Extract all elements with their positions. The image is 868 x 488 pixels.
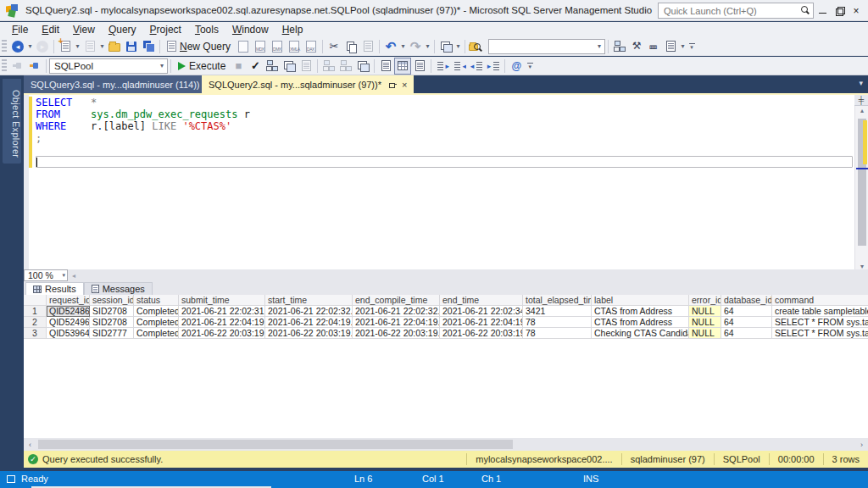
new-xmla-query-button[interactable] — [286, 38, 303, 55]
column-header[interactable]: total_elapsed_time — [523, 295, 592, 306]
console-button[interactable] — [662, 38, 679, 55]
menu-tools[interactable]: Tools — [188, 23, 225, 36]
new-dmx-query-button[interactable] — [269, 38, 286, 55]
toolbar-options-button[interactable]: ▾ — [525, 58, 535, 74]
open-file-button[interactable] — [106, 38, 123, 55]
decrease-indent-button[interactable] — [468, 58, 485, 75]
results-to-text-button[interactable] — [377, 58, 394, 75]
grid-cell[interactable]: Completed — [134, 328, 179, 339]
grid-cell[interactable]: NULL — [689, 317, 721, 328]
uncomment-button[interactable] — [451, 58, 468, 75]
paste-button[interactable] — [359, 38, 376, 55]
include-actual-plan-button[interactable] — [320, 58, 337, 75]
column-header[interactable]: end_time — [440, 295, 523, 306]
grid-cell[interactable]: 2021-06-21 22:04:19.117 — [179, 317, 265, 328]
undo-button[interactable]: ↶ — [382, 38, 399, 55]
restore-button[interactable] — [831, 0, 848, 21]
grid-cell[interactable]: CTAS from Address — [592, 306, 689, 317]
back-dropdown[interactable]: ▾ — [26, 42, 34, 50]
column-header[interactable]: request_id — [47, 295, 90, 306]
add-item-dropdown[interactable]: ▾ — [98, 42, 106, 50]
grid-cell[interactable]: SELECT * FROM sys.tab — [772, 328, 868, 339]
results-horizontal-scrollbar[interactable]: ‹ › — [24, 438, 868, 451]
grid-cell[interactable]: 64 — [721, 306, 772, 317]
tab-messages[interactable]: Messages — [84, 282, 153, 295]
change-connection-button[interactable] — [26, 58, 43, 75]
connect-button[interactable] — [9, 58, 26, 75]
grid-cell[interactable]: Checking CTAS Candidates — [592, 328, 689, 339]
cancel-query-button[interactable]: ■ — [230, 58, 247, 75]
grid-cell[interactable]: QID53964 — [47, 328, 90, 339]
new-mdx-query-button[interactable] — [252, 38, 269, 55]
redo-dropdown[interactable]: ▾ — [424, 42, 431, 50]
results-to-grid-button[interactable] — [394, 58, 411, 75]
close-icon[interactable]: × — [402, 80, 407, 89]
database-combobox[interactable]: SQLPool ▾ — [49, 58, 168, 74]
split-window-handle[interactable]: ╪ — [854, 95, 868, 106]
grid-cell[interactable]: 2021-06-21 22:02:31.317 — [179, 306, 265, 317]
menu-edit[interactable]: Edit — [35, 23, 66, 36]
object-explorer-tab[interactable]: Object Explorer — [3, 79, 21, 164]
parse-button[interactable]: ✓ — [247, 58, 264, 75]
quick-launch-box[interactable] — [658, 3, 814, 19]
toolbar-grip[interactable] — [2, 40, 7, 53]
column-header[interactable]: error_id — [689, 295, 721, 306]
scroll-right-icon[interactable]: › — [855, 441, 868, 449]
tab-sqlquery3[interactable]: SQLQuery3.sql - my...qladminuser (114)) — [24, 75, 202, 93]
tab-results[interactable]: Results — [25, 282, 84, 295]
grid-cell[interactable]: 2021-06-22 20:03:19.173 — [440, 328, 523, 339]
grid-cell[interactable]: 64 — [721, 317, 772, 328]
editor-vertical-scrollbar[interactable]: ╪ ▴ ▾ — [854, 95, 868, 269]
query-options-button[interactable] — [281, 58, 298, 75]
grid-cell[interactable]: 2021-06-22 20:03:19.097 — [179, 328, 265, 339]
intellisense-button[interactable] — [298, 58, 314, 75]
debug-settings-button[interactable]: ⚒ — [628, 38, 645, 55]
grid-cell[interactable]: 64 — [721, 328, 772, 339]
activity-monitor-button[interactable] — [437, 38, 454, 55]
scrollbar-thumb[interactable] — [38, 440, 513, 449]
row-number[interactable]: 3 — [24, 328, 47, 339]
toolbar-grip[interactable] — [2, 59, 7, 73]
live-query-stats-button[interactable] — [337, 58, 354, 75]
menu-window[interactable]: Window — [225, 23, 275, 36]
redo-button[interactable]: ↷ — [407, 38, 424, 55]
find-combobox[interactable]: ▾ — [488, 39, 605, 54]
grid-cell[interactable]: 2021-06-21 22:02:32.240 — [353, 306, 440, 317]
grid-cell[interactable]: SID2708 — [90, 306, 134, 317]
save-button[interactable] — [123, 38, 140, 55]
grid-cell[interactable]: NULL — [689, 328, 721, 339]
find-in-files-button[interactable] — [468, 38, 488, 55]
grid-cell[interactable]: 78 — [523, 317, 592, 328]
new-project-dropdown[interactable]: ▾ — [74, 42, 81, 50]
column-header[interactable]: submit_time — [179, 295, 265, 306]
quick-launch-input[interactable] — [664, 6, 800, 16]
grid-cell[interactable]: Completed — [134, 306, 179, 317]
grid-cell[interactable]: 2021-06-21 22:04:19.133 — [265, 317, 353, 328]
grid-cell[interactable]: 2021-06-21 22:02:34.740 — [440, 306, 523, 317]
vs-launcher-button[interactable] — [611, 38, 628, 55]
client-stats-button[interactable] — [354, 58, 371, 75]
document-list-dropdown[interactable]: ▾ — [859, 79, 863, 87]
new-dax-query-button[interactable] — [303, 38, 320, 55]
close-button[interactable]: × — [848, 0, 865, 21]
zoom-combobox[interactable]: 100 % ▾ — [24, 269, 68, 281]
minimize-button[interactable] — [814, 0, 831, 21]
grid-cell[interactable]: 2021-06-22 20:03:19.110 — [353, 328, 440, 339]
code-line[interactable]: SELECT * — [36, 97, 853, 108]
toolbox-button[interactable]: 🝙 — [645, 38, 662, 55]
pin-icon[interactable] — [388, 80, 397, 89]
grid-cell[interactable]: QID52486 — [47, 306, 90, 317]
menu-query[interactable]: Query — [102, 23, 143, 36]
template-parameters-button[interactable]: @ — [508, 58, 525, 75]
column-header[interactable]: label — [592, 295, 689, 306]
estimated-plan-button[interactable] — [264, 58, 281, 75]
console-dropdown[interactable]: ▾ — [679, 42, 687, 50]
undo-dropdown[interactable]: ▾ — [399, 42, 407, 50]
column-header[interactable]: session_id — [90, 295, 134, 306]
menu-help[interactable]: Help — [275, 23, 310, 36]
execute-button[interactable]: Execute — [174, 58, 230, 75]
copy-button[interactable] — [342, 38, 359, 55]
scroll-down-icon[interactable]: ▾ — [855, 263, 868, 269]
grid-cell[interactable]: 2021-06-22 20:03:19.110 — [265, 328, 353, 339]
grid-cell[interactable]: QID52496 — [47, 317, 90, 328]
